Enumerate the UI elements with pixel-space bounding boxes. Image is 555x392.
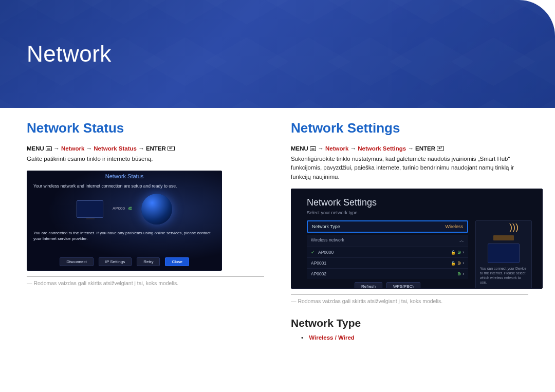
ip-settings-button[interactable]: IP Settings <box>99 257 132 266</box>
wifi-icon: ⋑ <box>457 271 461 276</box>
ntype-label: Network Type <box>312 224 340 229</box>
breadcrumb-status: MENU → Network → Network Status → ENTER <box>27 145 264 152</box>
enter-label: ENTER <box>146 145 166 152</box>
enter-icon <box>168 146 175 151</box>
router-icon: ))) <box>491 225 516 240</box>
refresh-button[interactable]: Refresh <box>355 282 382 289</box>
check-icon: ✓ <box>311 250 315 255</box>
mock-status-title: Network Status <box>27 171 221 179</box>
lock-icon: 🔒 <box>451 261 456 266</box>
network-status-screenshot: Network Status Your wireless network and… <box>27 171 222 271</box>
chapter-banner: Network <box>0 0 555 108</box>
option-wired: Wired <box>338 334 355 341</box>
menu-label: MENU <box>291 145 308 152</box>
chevron-right-icon: › <box>462 260 464 266</box>
crumb-network: Network <box>325 145 348 152</box>
menu-icon <box>46 146 52 151</box>
retry-button[interactable]: Retry <box>137 257 160 266</box>
crumb-network-status: Network Status <box>94 145 137 152</box>
globe-icon <box>141 194 172 225</box>
section-heading-settings: Network Settings <box>291 120 528 136</box>
side-text: You can connect your Device to the inter… <box>480 266 527 285</box>
crumb-network: Network <box>61 145 84 152</box>
chapter-title: Network <box>27 41 555 67</box>
wifi-row[interactable]: AP0002 ⋑ › <box>307 268 468 279</box>
option-wireless: Wireless <box>309 334 333 341</box>
wifi-icon: ⋐ <box>128 206 132 211</box>
divider <box>291 294 528 294</box>
network-type-heading: Network Type <box>291 317 528 329</box>
network-settings-screenshot: Network Settings Select your network typ… <box>291 189 543 289</box>
mock-status-msg2: You are connected to the Internet. If yo… <box>27 228 221 245</box>
mock-settings-sub: Select your network type. <box>307 210 532 215</box>
wifi-icon: ⋑ <box>457 260 461 266</box>
wireless-list-header: Wireless network ︿ <box>307 235 468 247</box>
menu-label: MENU <box>27 145 44 152</box>
disconnect-button[interactable]: Disconnect <box>60 257 94 266</box>
breadcrumb-settings: MENU → Network → Network Settings → ENTE… <box>291 145 528 152</box>
mock-settings-title: Network Settings <box>307 197 532 208</box>
mock-ap-label: AP000 <box>113 206 125 211</box>
divider <box>27 276 264 276</box>
tv-icon <box>488 244 520 263</box>
enter-label: ENTER <box>415 145 435 152</box>
page-content: Network Status MENU → Network → Network … <box>0 108 555 341</box>
side-info-card: ))) You can connect your Device to the i… <box>475 220 532 289</box>
close-button[interactable]: Close <box>165 257 189 266</box>
chevron-right-icon: › <box>462 271 464 276</box>
wifi-row[interactable]: AP0001 🔒 ⋑ › <box>307 257 468 268</box>
lock-icon: 🔒 <box>451 250 456 255</box>
settings-footnote: ― Rodomas vaizdas gali skirtis atsižvelg… <box>291 297 528 305</box>
wifi-row[interactable]: ✓AP0000 🔒 ⋑ › <box>307 247 468 257</box>
enter-icon <box>437 146 444 151</box>
tv-icon <box>77 200 103 218</box>
chevron-right-icon: › <box>462 250 464 255</box>
network-settings-section: Network Settings MENU → Network → Networ… <box>291 120 528 341</box>
section-heading-status: Network Status <box>27 120 264 136</box>
wifi-icon: ⋑ <box>457 250 461 255</box>
ntype-value: Wireless <box>445 224 463 229</box>
settings-description: Sukonfigūruokite tinklo nustatymus, kad … <box>291 155 528 181</box>
status-description: Galite patikrinti esamo tinklo ir intern… <box>27 155 264 163</box>
crumb-network-settings: Network Settings <box>358 145 406 152</box>
status-footnote: ― Rodomas vaizdas gali skirtis atsižvelg… <box>27 279 264 287</box>
wps-button[interactable]: WPS(PBC) <box>386 282 420 289</box>
network-type-options: • Wireless / Wired <box>291 334 528 341</box>
menu-icon <box>310 146 316 151</box>
chevron-up-icon[interactable]: ︿ <box>459 237 464 244</box>
network-status-section: Network Status MENU → Network → Network … <box>27 120 264 341</box>
mock-status-msg1: Your wireless network and Internet conne… <box>27 179 221 189</box>
network-type-selector[interactable]: Network Type Wireless <box>307 220 468 233</box>
